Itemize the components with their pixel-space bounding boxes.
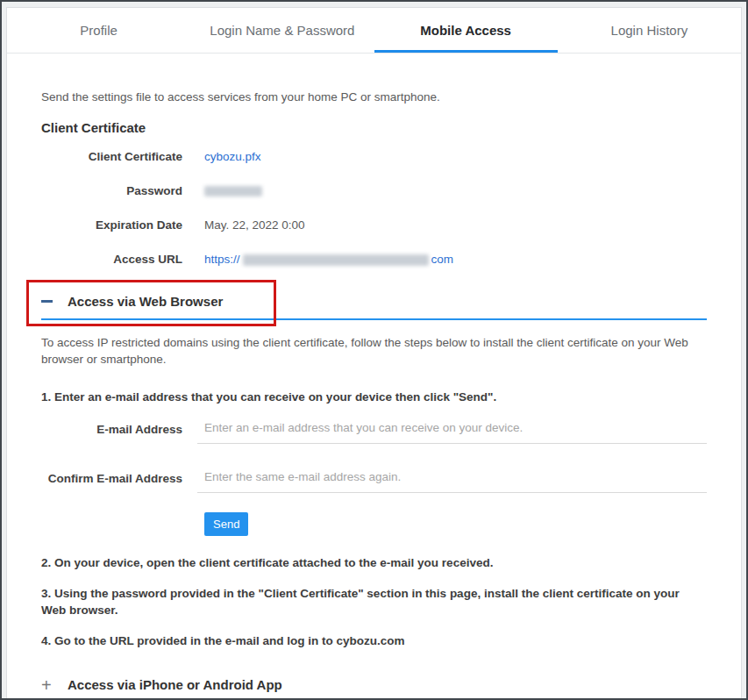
tab-profile[interactable]: Profile [7, 8, 190, 53]
step-1: 1. Enter an e-mail address that you can … [41, 389, 707, 405]
email-input[interactable] [197, 421, 707, 444]
field-value: May. 22, 2022 0:00 [204, 218, 305, 232]
confirm-email-input[interactable] [197, 470, 707, 493]
field-row-password: Password [41, 184, 707, 197]
section-divider-line [41, 318, 707, 320]
access-url-link[interactable]: https://com [204, 253, 453, 266]
icon-box: + [41, 679, 68, 691]
redacted-url-segment [243, 254, 429, 266]
mobile-access-content: Send the settings file to access service… [7, 89, 741, 698]
section-toggle-web-browser[interactable]: Access via Web Browser [41, 294, 707, 309]
settings-panel: Profile Login Name & Password Mobile Acc… [6, 7, 742, 698]
tab-bar: Profile Login Name & Password Mobile Acc… [7, 8, 741, 54]
window-frame: Profile Login Name & Password Mobile Acc… [0, 0, 748, 700]
tab-login-name-password[interactable]: Login Name & Password [190, 8, 374, 53]
web-browser-description: To access IP restricted domains using th… [41, 334, 707, 368]
field-value [204, 184, 262, 197]
email-row: E-mail Address [41, 421, 707, 444]
field-value: https://com [204, 253, 453, 266]
section-toggle-iphone-android[interactable]: + Access via iPhone or Android App [41, 677, 707, 692]
section-title: Access via Web Browser [68, 294, 223, 309]
tab-login-history[interactable]: Login History [558, 8, 741, 53]
field-label: Expiration Date [41, 218, 182, 232]
step-4: 4. Go to the URL provided in the e-mail … [41, 632, 707, 649]
field-row-expiration-date: Expiration Date May. 22, 2022 0:00 [41, 218, 707, 232]
icon-box [41, 300, 68, 303]
certificate-fields: Client Certificate cybozu.pfx Password E… [41, 150, 707, 266]
field-label: Access URL [41, 253, 182, 266]
step-2: 2. On your device, open the client certi… [41, 554, 707, 571]
email-input-wrap [197, 421, 707, 444]
email-label: E-mail Address [41, 421, 182, 444]
step-3: 3. Using the password provided in the "C… [41, 585, 707, 618]
confirm-email-label: Confirm E-mail Address [41, 470, 182, 493]
collapse-minus-icon[interactable] [41, 300, 53, 303]
redacted-password-value [204, 186, 262, 196]
field-value: cybozu.pfx [204, 150, 261, 163]
confirm-email-input-wrap [197, 470, 707, 493]
field-row-access-url: Access URL https://com [41, 253, 707, 266]
confirm-email-row: Confirm E-mail Address [41, 470, 707, 493]
client-certificate-heading: Client Certificate [41, 120, 707, 135]
certificate-file-link[interactable]: cybozu.pfx [204, 150, 261, 163]
tab-mobile-access[interactable]: Mobile Access [374, 8, 558, 53]
send-button[interactable]: Send [204, 512, 248, 536]
field-row-client-certificate: Client Certificate cybozu.pfx [41, 150, 707, 163]
intro-text: Send the settings file to access service… [41, 89, 707, 105]
field-label: Password [41, 184, 182, 197]
section-title: Access via iPhone or Android App [68, 677, 282, 692]
expand-plus-icon[interactable]: + [41, 679, 52, 691]
field-label: Client Certificate [41, 150, 182, 163]
